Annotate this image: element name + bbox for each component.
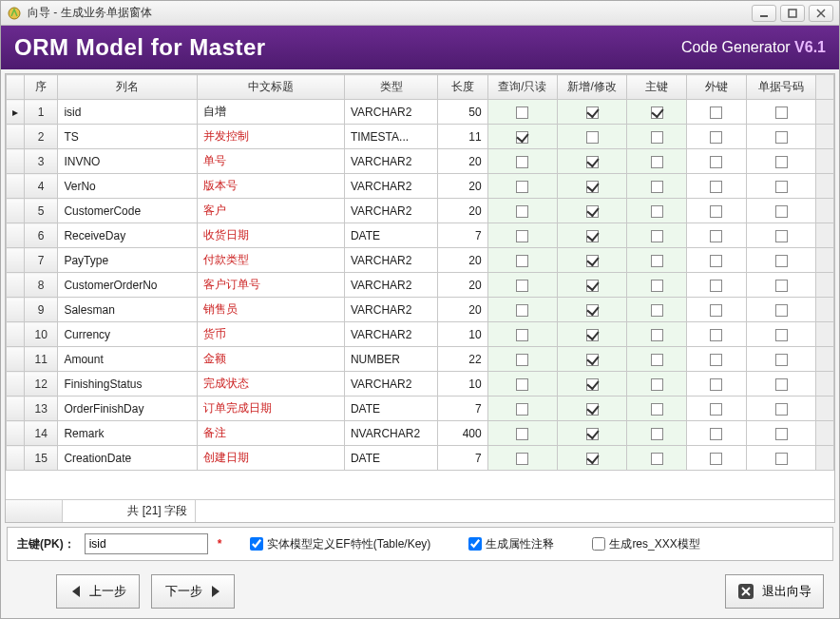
cell-addedit[interactable] (557, 273, 626, 298)
cell-pk[interactable] (627, 421, 687, 446)
cell-cn[interactable]: 版本号 (198, 174, 345, 199)
cell-cn[interactable]: 销售员 (198, 298, 345, 322)
maximize-button[interactable] (780, 5, 805, 22)
table-row[interactable]: 9Salesman销售员VARCHAR220 (7, 298, 834, 322)
checkbox-cell[interactable] (775, 230, 788, 242)
cell-docno[interactable] (746, 125, 815, 149)
checkbox-cell[interactable] (775, 428, 788, 440)
cell-query[interactable] (487, 347, 557, 372)
cell-len[interactable]: 50 (438, 100, 487, 125)
minimize-button[interactable] (752, 5, 776, 22)
cell-addedit[interactable] (557, 421, 626, 446)
checkbox-cell[interactable] (586, 378, 599, 391)
cell-type[interactable]: NVARCHAR2 (344, 421, 437, 446)
cell-len[interactable]: 7 (438, 223, 487, 248)
checkbox-cell[interactable] (775, 280, 788, 292)
cell-len[interactable]: 11 (438, 125, 487, 149)
opt-resmodel[interactable]: 生成res_XXX模型 (592, 536, 699, 552)
table-row[interactable]: 14Remark备注NVARCHAR2400 (7, 421, 834, 446)
checkbox-cell[interactable] (651, 453, 663, 465)
cell-type[interactable]: VARCHAR2 (344, 199, 437, 223)
checkbox-cell[interactable] (775, 156, 788, 168)
cell-addedit[interactable] (557, 149, 626, 174)
table-row[interactable]: 15CreationDate创建日期DATE7 (7, 446, 834, 471)
checkbox-cell[interactable] (651, 181, 663, 193)
checkbox-cell[interactable] (516, 453, 528, 465)
table-row[interactable]: 3INVNO单号VARCHAR220 (7, 149, 834, 174)
cell-type[interactable]: DATE (344, 446, 437, 471)
cell-pk[interactable] (627, 347, 687, 372)
checkbox-cell[interactable] (775, 304, 788, 317)
table-row[interactable]: 6ReceiveDay收货日期DATE7 (7, 223, 834, 248)
checkbox-cell[interactable] (710, 181, 722, 193)
cell-fk[interactable] (687, 149, 747, 174)
cell-fk[interactable] (687, 372, 747, 397)
cell-fk[interactable] (687, 174, 747, 199)
cell-cn[interactable]: 自增 (198, 100, 345, 125)
cell-addedit[interactable] (557, 100, 626, 125)
checkbox-cell[interactable] (586, 131, 599, 144)
checkbox-cell[interactable] (651, 156, 663, 168)
cell-name[interactable]: VerNo (58, 174, 198, 199)
table-row[interactable]: 12FinishingStatus完成状态VARCHAR210 (7, 372, 834, 397)
cell-cn[interactable]: 付款类型 (198, 248, 345, 273)
data-grid[interactable]: 序 列名 中文标题 类型 长度 查询/只读 新增/修改 主键 外键 单据号码 ▸… (6, 74, 834, 499)
cell-cn[interactable]: 货币 (198, 322, 345, 347)
checkbox-cell[interactable] (775, 131, 788, 144)
cell-type[interactable]: VARCHAR2 (344, 248, 437, 273)
cell-len[interactable]: 7 (438, 397, 487, 421)
cell-fk[interactable] (687, 446, 747, 471)
checkbox-cell[interactable] (586, 329, 599, 341)
cell-cn[interactable]: 客户 (198, 199, 345, 223)
checkbox-cell[interactable] (651, 428, 663, 440)
cell-cn[interactable]: 单号 (198, 149, 345, 174)
cell-type[interactable]: VARCHAR2 (344, 322, 437, 347)
checkbox-cell[interactable] (516, 354, 528, 366)
checkbox-cell[interactable] (710, 354, 722, 366)
checkbox-cell[interactable] (710, 230, 722, 242)
cell-name[interactable]: FinishingStatus (58, 372, 198, 397)
cell-type[interactable]: VARCHAR2 (344, 174, 437, 199)
cell-addedit[interactable] (557, 199, 626, 223)
cell-docno[interactable] (746, 421, 815, 446)
col-cn[interactable]: 中文标题 (198, 75, 345, 100)
checkbox-cell[interactable] (586, 304, 599, 317)
cell-fk[interactable] (687, 100, 747, 125)
cell-pk[interactable] (627, 125, 687, 149)
checkbox-cell[interactable] (516, 156, 528, 168)
checkbox-cell[interactable] (651, 280, 663, 292)
checkbox-cell[interactable] (586, 156, 599, 168)
col-seq[interactable]: 序 (24, 75, 58, 100)
cell-fk[interactable] (687, 322, 747, 347)
cell-docno[interactable] (746, 199, 815, 223)
cell-type[interactable]: TIMESTA... (344, 125, 437, 149)
cell-type[interactable]: DATE (344, 397, 437, 421)
cell-query[interactable] (487, 372, 557, 397)
cell-docno[interactable] (746, 446, 815, 471)
scrollbar[interactable] (816, 75, 834, 100)
cell-name[interactable]: CreationDate (58, 446, 198, 471)
cell-docno[interactable] (746, 273, 815, 298)
cell-pk[interactable] (627, 248, 687, 273)
cell-addedit[interactable] (557, 248, 626, 273)
cell-len[interactable]: 400 (438, 421, 487, 446)
checkbox-cell[interactable] (710, 280, 722, 292)
checkbox-cell[interactable] (651, 403, 663, 416)
checkbox-cell[interactable] (710, 205, 722, 218)
cell-addedit[interactable] (557, 347, 626, 372)
col-len[interactable]: 长度 (438, 75, 487, 100)
checkbox-cell[interactable] (775, 329, 788, 341)
cell-fk[interactable] (687, 397, 747, 421)
cell-type[interactable]: NUMBER (344, 347, 437, 372)
cell-len[interactable]: 20 (438, 273, 487, 298)
cell-query[interactable] (487, 446, 557, 471)
cell-docno[interactable] (746, 322, 815, 347)
cell-addedit[interactable] (557, 174, 626, 199)
checkbox-cell[interactable] (775, 453, 788, 465)
table-row[interactable]: 5CustomerCode客户VARCHAR220 (7, 199, 834, 223)
cell-docno[interactable] (746, 397, 815, 421)
checkbox-cell[interactable] (586, 428, 599, 440)
cell-docno[interactable] (746, 347, 815, 372)
cell-pk[interactable] (627, 100, 687, 125)
checkbox-cell[interactable] (710, 403, 722, 416)
